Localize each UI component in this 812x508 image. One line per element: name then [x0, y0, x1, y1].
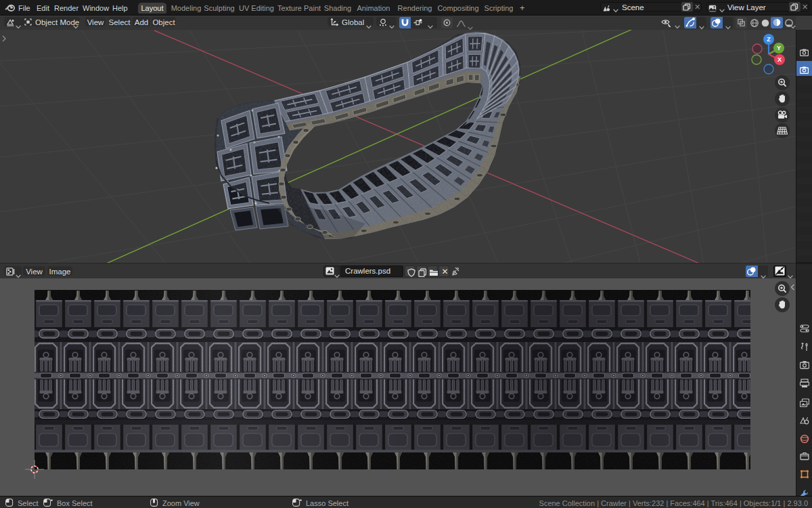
svg-text:X: X	[777, 56, 782, 63]
svg-text:Z: Z	[767, 36, 771, 43]
svg-text:Y: Y	[777, 45, 781, 51]
